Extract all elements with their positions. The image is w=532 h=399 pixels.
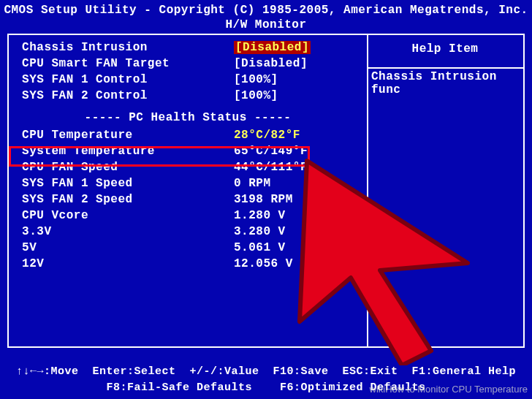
setting-label: Chassis Intrusion bbox=[15, 39, 234, 56]
health-row-cpu-temperature: CPU Temperature28°C/82°F bbox=[15, 127, 361, 143]
help-title: Help Item bbox=[367, 35, 523, 63]
setting-row-sys-fan-1-control[interactable]: SYS FAN 1 Control[100%] bbox=[15, 72, 361, 88]
setting-value[interactable]: [100%] bbox=[234, 72, 361, 88]
health-value: 3.280 V bbox=[234, 224, 361, 240]
health-label: 12V bbox=[15, 256, 234, 272]
health-value: 3198 RPM bbox=[234, 191, 361, 208]
help-body: Chassis Intrusion func bbox=[367, 63, 523, 104]
health-value: 5.061 V bbox=[234, 240, 361, 256]
health-row-cpu-fan-speed: CPU FAN Speed44°C/111°F bbox=[15, 159, 361, 175]
health-row-5v: 5V5.061 V bbox=[15, 240, 361, 256]
health-value: 1.280 V bbox=[234, 208, 361, 224]
health-label: SYS FAN 1 Speed bbox=[15, 175, 234, 191]
setting-value[interactable]: [100%] bbox=[234, 88, 361, 104]
main-frame: Chassis Intrusion[Disabled] CPU Smart FA… bbox=[7, 34, 525, 348]
setting-row-sys-fan-2-control[interactable]: SYS FAN 2 Control[100%] bbox=[15, 88, 361, 104]
setting-value[interactable]: [Disabled] bbox=[234, 56, 361, 72]
health-label: CPU Vcore bbox=[15, 208, 234, 224]
health-label: 3.3V bbox=[15, 224, 234, 240]
health-value: 0 RPM bbox=[234, 175, 361, 191]
health-row-3.3v: 3.3V3.280 V bbox=[15, 224, 361, 240]
setting-label: SYS FAN 2 Control bbox=[15, 88, 234, 104]
health-value: 65°C/149°F bbox=[234, 143, 361, 159]
setting-row-cpu-smart-fan-target[interactable]: CPU Smart FAN Target[Disabled] bbox=[15, 56, 361, 72]
health-row-sys-fan-1-speed: SYS FAN 1 Speed0 RPM bbox=[15, 175, 361, 191]
title-bar: CMOS Setup Utility - Copyright (C) 1985-… bbox=[0, 0, 532, 32]
health-row-12v: 12V12.056 V bbox=[15, 256, 361, 272]
watermark-text: wikiHow to Monitor CPU Temperature bbox=[370, 384, 528, 395]
setting-row-chassis-intrusion[interactable]: Chassis Intrusion[Disabled] bbox=[15, 39, 361, 56]
footer-line-1: ↑↓←→:Move Enter:Select +/-/:Value F10:Sa… bbox=[0, 364, 532, 380]
health-row-sys-fan-2-speed: SYS FAN 2 Speed3198 RPM bbox=[15, 191, 361, 208]
title-line-2: H/W Monitor bbox=[0, 18, 532, 32]
health-value: 28°C/82°F bbox=[234, 127, 361, 143]
setting-value[interactable]: [Disabled] bbox=[234, 39, 361, 56]
health-label: SYS FAN 2 Speed bbox=[15, 191, 234, 208]
setting-label: SYS FAN 1 Control bbox=[15, 72, 234, 88]
health-row-system-temperature: System Temperature65°C/149°F bbox=[15, 143, 361, 159]
health-status-heading: ----- PC Health Status ----- bbox=[15, 110, 361, 126]
health-label: 5V bbox=[15, 240, 234, 256]
settings-pane: Chassis Intrusion[Disabled] CPU Smart FA… bbox=[9, 35, 367, 346]
health-label: System Temperature bbox=[15, 143, 234, 159]
health-value: 12.056 V bbox=[234, 256, 361, 272]
health-label: CPU FAN Speed bbox=[15, 159, 234, 175]
setting-label: CPU Smart FAN Target bbox=[15, 56, 234, 72]
health-row-cpu-vcore: CPU Vcore1.280 V bbox=[15, 208, 361, 224]
health-label: CPU Temperature bbox=[15, 127, 234, 143]
help-pane: Help Item Chassis Intrusion func bbox=[367, 35, 523, 346]
health-value: 44°C/111°F bbox=[234, 159, 361, 175]
title-line-1: CMOS Setup Utility - Copyright (C) 1985-… bbox=[0, 3, 532, 18]
